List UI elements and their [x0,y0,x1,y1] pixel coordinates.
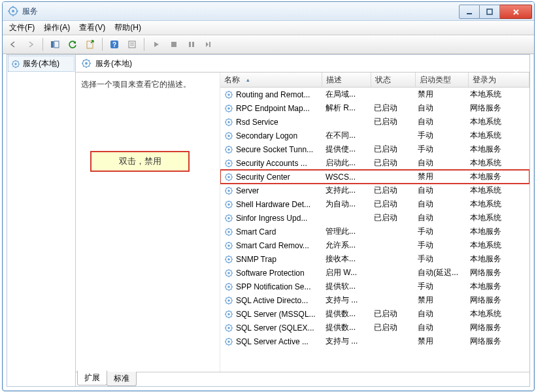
maximize-button[interactable] [480,5,500,19]
right-pane-title: 服务(本地) [95,58,132,69]
cell-name: Smart Card Remov... [220,241,322,250]
show-hide-tree-button[interactable] [47,37,63,52]
restart-service-button[interactable] [201,37,217,52]
gear-icon [224,241,233,250]
cell-name: Software Protection [220,269,322,278]
column-startup[interactable]: 启动类型 [416,73,469,87]
service-row[interactable]: Routing and Remot...在局域...禁用本地系统 [220,88,529,101]
cell-logon: 网络服务 [466,103,526,114]
tab-standard[interactable]: 标准 [107,372,137,386]
cell-desc: 解析 R... [322,103,370,114]
cell-startup: 手动 [414,281,466,292]
window-title: 服务 [22,6,459,17]
cell-startup: 手动 [414,144,466,155]
help-button[interactable]: ? [107,37,122,52]
cell-name: RPC Endpoint Map... [220,104,322,113]
cell-status: 已启动 [370,116,414,127]
gear-icon [224,186,233,195]
pause-service-button[interactable] [184,37,199,52]
svg-point-61 [227,121,230,123]
service-row[interactable]: Server支持此...已启动自动本地系统 [220,184,529,197]
cell-name: Server [220,186,322,195]
svg-rect-17 [189,42,191,47]
svg-point-171 [227,272,230,274]
service-row[interactable]: SQL Active Directo...支持与 ...禁用网络服务 [220,293,529,307]
column-status[interactable]: 状态 [371,73,416,87]
service-row[interactable]: Software Protection启用 W...自动(延迟...网络服务 [220,266,529,280]
svg-point-191 [227,299,230,302]
tab-extended[interactable]: 扩展 [77,370,107,385]
svg-point-21 [14,63,17,65]
svg-point-201 [227,313,230,316]
cell-desc: 为自动... [322,199,370,210]
column-name[interactable]: 名称 [220,73,322,87]
gear-icon [224,337,233,346]
svg-point-81 [227,148,230,151]
cell-desc: 提供使... [322,144,370,155]
cell-logon: 网络服务 [466,336,526,347]
callout-text: 双击，禁用 [119,155,161,167]
nav-back-button[interactable] [5,37,21,52]
column-description[interactable]: 描述 [322,73,371,87]
service-row[interactable]: SPP Notification Se...提供软...手动本地服务 [220,280,529,293]
cell-name: Sinfor Ingress Upd... [220,214,322,223]
cell-logon: 本地系统 [466,185,526,196]
menu-action[interactable]: 操作(A) [40,21,74,35]
service-row[interactable]: SQL Server (SQLEX...提供数...已启动自动网络服务 [220,321,529,335]
properties-button[interactable] [124,37,140,52]
gear-icon [224,269,233,278]
bottom-tabs: 扩展 标准 [76,372,529,386]
cell-desc: 提供数... [322,308,370,319]
services-list[interactable]: 名称 描述 状态 启动类型 登录为 Routing and Remot...在局… [220,73,529,372]
svg-point-91 [227,162,230,165]
stop-service-button[interactable] [166,37,182,52]
service-row[interactable]: Smart Card Remov...允许系...手动本地系统 [220,238,529,252]
menu-file[interactable]: 文件(F) [5,21,39,35]
close-button[interactable] [500,5,532,19]
menu-help[interactable]: 帮助(H) [110,21,145,35]
svg-point-211 [227,327,230,329]
service-row[interactable]: Secure Socket Tunn...提供使...已启动手动本地服务 [220,142,529,156]
service-row[interactable]: Shell Hardware Det...为自动...已启动自动本地系统 [220,197,529,211]
minimize-button[interactable] [459,5,480,19]
service-row[interactable]: Secondary Logon在不同...手动本地系统 [220,129,529,142]
cell-desc: WSCS... [322,172,370,182]
gear-icon [224,172,233,182]
column-logon[interactable]: 登录为 [469,73,529,87]
gear-icon [224,145,233,154]
nav-forward-button[interactable] [23,37,39,52]
cell-desc: 在不同... [322,130,370,141]
cell-startup: 禁用 [414,295,466,306]
gear-icon [224,118,233,127]
refresh-button[interactable] [65,37,80,52]
titlebar[interactable]: 服务 [3,2,534,21]
cell-status: 已启动 [370,322,414,333]
svg-rect-9 [54,41,59,48]
service-row[interactable]: SQL Server Active ...支持与 ...禁用网络服务 [220,335,529,348]
start-service-button[interactable] [148,37,164,52]
service-row[interactable]: SQL Server (MSSQL...提供数...已启动自动本地系统 [220,307,529,321]
service-row[interactable]: Security CenterWSCS...禁用本地服务 [220,170,529,184]
services-window: 服务 文件(F) 操作(A) 查看(V) 帮助(H) ? 服务(本地) 服务(本… [2,1,535,391]
cell-startup: 自动 [414,185,466,196]
svg-point-221 [227,340,230,343]
service-row[interactable]: SNMP Trap接收本...手动本地服务 [220,252,529,266]
service-row[interactable]: Security Accounts ...启动此...已启动自动本地系统 [220,156,529,170]
cell-name: Routing and Remot... [220,90,322,99]
gear-icon [224,214,233,223]
right-pane: 服务(本地) 选择一个项目来查看它的描述。 双击，禁用 名称 描述 状态 启动类… [76,55,529,386]
export-list-button[interactable] [82,37,98,52]
svg-text:?: ? [112,41,116,48]
service-row[interactable]: Sinfor Ingress Upd...已启动自动本地系统 [220,211,529,225]
gear-icon [81,58,92,69]
cell-name: SNMP Trap [220,255,322,264]
cell-status: 已启动 [370,199,414,210]
cell-startup: 手动 [414,226,466,237]
service-row[interactable]: RPC Endpoint Map...解析 R...已启动自动网络服务 [220,101,529,115]
service-row[interactable]: Smart Card管理此...手动本地服务 [220,225,529,238]
menu-view[interactable]: 查看(V) [75,21,109,35]
cell-desc: 管理此... [322,226,370,237]
cell-startup: 自动 [414,212,466,223]
tree-item-services-local[interactable]: 服务(本地) [8,56,75,72]
service-row[interactable]: Rsd Service已启动自动本地系统 [220,115,529,129]
